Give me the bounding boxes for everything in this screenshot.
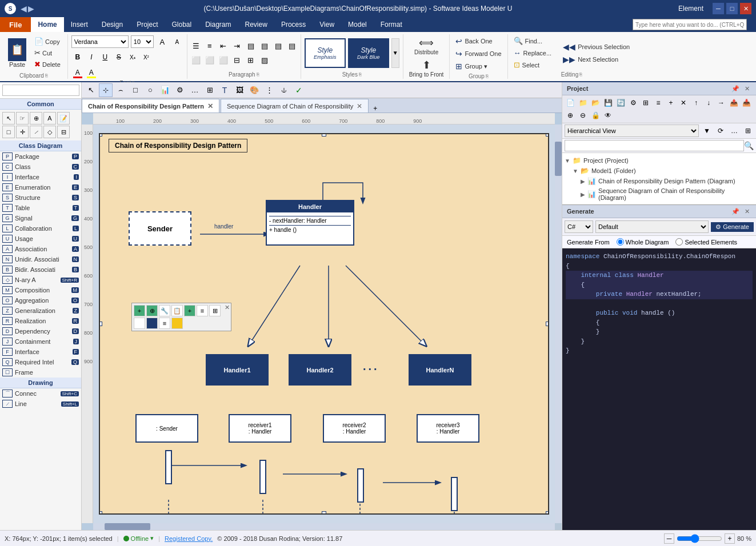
popup-color-white[interactable] (134, 318, 145, 329)
next-selection-btn[interactable]: ▶▶ Next Selection (559, 54, 633, 65)
sender-box[interactable]: Sender (129, 211, 191, 246)
registered-copy-link[interactable]: Registered Copy. (165, 535, 213, 542)
generate-btn[interactable]: ⚙ Generate (711, 222, 754, 232)
tool-layout-btn[interactable]: ⋮ (262, 83, 276, 97)
tool-frame[interactable]: ⊟ (57, 126, 70, 138)
editing-expand-icon[interactable]: ⎘ (579, 72, 582, 77)
font-size-select[interactable]: 10 (131, 35, 154, 48)
maximize-btn[interactable]: □ (726, 3, 738, 14)
item-composition[interactable]: M Composition M (0, 285, 81, 295)
popup-btn-copy[interactable]: 📋 (171, 305, 183, 316)
highlight-button[interactable]: A (85, 66, 98, 79)
menu-insert[interactable]: Insert (64, 17, 95, 32)
view-pin-btn[interactable]: ⊞ (742, 125, 754, 136)
proj-expand-btn[interactable]: ⊕ (565, 110, 576, 121)
menu-model[interactable]: Model (341, 17, 374, 32)
proj-up-btn[interactable]: ↑ (690, 97, 702, 109)
item-table[interactable]: T Table T (0, 203, 81, 213)
tab-chain-close[interactable]: ✕ (207, 102, 213, 110)
tool-more-btn[interactable]: … (188, 83, 202, 97)
replace-btn[interactable]: ↔ Replace... (510, 47, 555, 58)
menu-home[interactable]: Home (31, 17, 63, 32)
bold-button[interactable]: B (71, 51, 84, 63)
item-structure[interactable]: S Structure S (0, 192, 81, 203)
order-expand-icon[interactable]: ⎘ (486, 74, 489, 79)
ribbon-search-input[interactable] (633, 19, 747, 30)
item-collaboration[interactable]: L Collaboration L (0, 223, 81, 234)
zoom-slider[interactable] (677, 534, 722, 543)
font-family-select[interactable]: Verdana (71, 35, 129, 48)
tree-d1-expand[interactable]: ▶ (581, 178, 585, 184)
tool-connect-btn[interactable]: ⌢ (114, 83, 127, 97)
tool-ellipse-btn[interactable]: ○ (143, 83, 157, 97)
item-realization[interactable]: R Realization R (0, 316, 81, 326)
sel-handle-tr[interactable] (546, 133, 549, 136)
popup-close-btn[interactable]: ✕ (225, 304, 230, 311)
popup-color-dark[interactable] (146, 318, 158, 329)
tool-settings-btn[interactable]: ⚙ (173, 83, 187, 97)
tree-root[interactable]: ▼ 📁 Project (Project) (565, 155, 754, 166)
popup-btn-text[interactable]: ≡ (197, 305, 208, 316)
zoom-out-btn[interactable]: ─ (664, 533, 674, 544)
popup-btn-green[interactable]: + (134, 305, 145, 316)
generate-style-select[interactable]: Default (595, 220, 709, 233)
tool-chart-btn[interactable]: 📊 (158, 83, 172, 97)
style-darkblue-btn[interactable]: Style Dark Blue (348, 38, 389, 68)
justify-right-btn[interactable]: ▤ (272, 39, 285, 52)
distribute-btn[interactable]: ⟺ Distribute (407, 35, 446, 57)
column-btn[interactable]: ⊟ (231, 54, 243, 66)
tree-root-expand[interactable]: ▼ (565, 158, 570, 164)
add-tab-icon[interactable]: + (373, 105, 377, 113)
sel-handle-tl[interactable] (99, 133, 102, 136)
tool-line[interactable]: ⟋ (30, 126, 42, 138)
proj-refresh-btn[interactable]: 🔄 (615, 97, 626, 109)
item-connect[interactable]: ⌒ Connec Shift+C (0, 388, 81, 399)
proj-add-btn[interactable]: + (665, 97, 677, 109)
item-class[interactable]: C Class C (0, 162, 81, 172)
proj-lock-btn[interactable]: 🔒 (590, 110, 601, 121)
table-btn[interactable]: ⊞ (245, 54, 257, 66)
tool-rect[interactable]: □ (2, 126, 15, 138)
proj-down-btn[interactable]: ↓ (703, 97, 714, 109)
menu-format[interactable]: Format (374, 17, 409, 32)
indent-decrease-btn[interactable]: ⇤ (217, 39, 230, 52)
zoom-in-btn[interactable]: + (725, 533, 735, 544)
minimize-btn[interactable]: ─ (713, 3, 724, 14)
diagram-frame[interactable]: Chain of Responsibility Design Pattern (99, 133, 549, 515)
item-bidir[interactable]: B Bidir. Associati B (0, 264, 81, 275)
view-sort-btn[interactable]: ⟳ (715, 125, 726, 136)
project-search-icon[interactable]: 🔍 (744, 141, 754, 150)
tab-chain-of-resp[interactable]: Chain of Responsibility Design Pattern ✕ (82, 99, 219, 113)
item-required-intel[interactable]: Q Required Intel Q (0, 357, 81, 367)
receiver3-box[interactable]: receiver3 : Handler (417, 414, 479, 443)
tool-note[interactable]: 📝 (57, 112, 70, 125)
item-aggregation[interactable]: O Aggregation O (0, 295, 81, 306)
tool-align-btn[interactable]: ⫝ (277, 83, 291, 97)
tool-zoom[interactable]: ⊕ (30, 112, 42, 125)
popup-btn-tools[interactable]: 🔧 (159, 305, 170, 316)
receiver1-box[interactable]: receiver1 : Handler (229, 414, 291, 443)
tool-rect-btn[interactable]: □ (129, 83, 142, 97)
menu-design[interactable]: Design (95, 17, 130, 32)
subscript-button[interactable]: X₂ (126, 51, 139, 63)
menu-file[interactable]: File (0, 17, 31, 32)
previous-selection-btn[interactable]: ◀◀ Previous Selection (559, 41, 633, 53)
item-unidir[interactable]: N Unidir. Associati N (0, 254, 81, 264)
diagram-canvas[interactable]: 100 200 300 400 500 600 700 800 900 100 … (82, 113, 562, 530)
tool-grid-btn[interactable]: ⊞ (203, 83, 217, 97)
item-dependency[interactable]: D Dependency D (0, 326, 81, 336)
sel-handle-bc[interactable] (322, 511, 326, 515)
item-package[interactable]: P Package P (0, 151, 81, 162)
item-enumeration[interactable]: E Enumeration E (0, 182, 81, 192)
justify-full-btn[interactable]: ▤ (286, 39, 298, 52)
tool-check-btn[interactable]: ✓ (292, 83, 306, 97)
proj-list-btn[interactable]: ≡ (653, 97, 664, 109)
receiver2-box[interactable]: receiver2 : Handler (323, 414, 386, 443)
sel-handle-ml[interactable] (99, 322, 102, 326)
tool-text-large-btn[interactable]: T (218, 83, 231, 97)
generate-language-select[interactable]: C# (565, 220, 593, 233)
menu-review[interactable]: Review (238, 17, 274, 32)
tree-folder-expand[interactable]: ▼ (573, 168, 578, 174)
justify-center-btn[interactable]: ▤ (258, 39, 271, 52)
handler1-box[interactable]: Handler1 (206, 354, 269, 386)
